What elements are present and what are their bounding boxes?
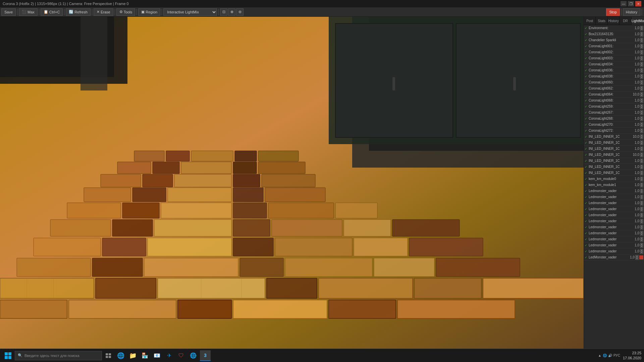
light-row[interactable]: ✓ INI_LED_INNER_1C 10,0 ▲ ▼: [584, 152, 644, 158]
light-row[interactable]: ✓ Environment: 1,0 ▲ ▼: [584, 25, 644, 31]
light-row[interactable]: ✓ LedMonster_vader 1,0 ▲ ▼: [584, 254, 644, 260]
light-arrow-up[interactable]: ▲: [640, 140, 643, 143]
light-arrow-down[interactable]: ▼: [635, 257, 639, 260]
light-row[interactable]: ✓ CoronaLight259: 1,0 ▲ ▼: [584, 104, 644, 110]
light-arrow-down[interactable]: ▼: [640, 58, 643, 61]
light-row[interactable]: ✓ kem_km_module1 1,0 ▲ ▼: [584, 182, 644, 188]
light-arrow-down[interactable]: ▼: [640, 227, 643, 230]
light-arrow-up[interactable]: ▲: [640, 62, 643, 64]
light-row[interactable]: ✓ CoronaLight034: 1,0 ▲ ▼: [584, 61, 644, 67]
light-row[interactable]: ✓ CoronaLight060: 1,0 ▲ ▼: [584, 79, 644, 85]
light-arrow-up[interactable]: ▲: [640, 159, 643, 161]
light-arrow-up[interactable]: ▲: [640, 134, 643, 137]
light-row[interactable]: ✓ CoronaLight036: 1,0 ▲ ▼: [584, 67, 644, 73]
region-button[interactable]: ▣ Region: [138, 8, 160, 16]
light-row[interactable]: ✓ INI_LED_INNER_1C 1,0 ▲ ▼: [584, 140, 644, 146]
light-arrow-up[interactable]: ▲: [640, 122, 643, 125]
light-row[interactable]: ✓ INI_LED_INNER_1C 1,0 ▲ ▼: [584, 170, 644, 176]
light-arrow-down[interactable]: ▼: [640, 143, 643, 145]
explorer-icon[interactable]: 📁: [127, 350, 138, 361]
light-row[interactable]: ✓ CoronaLight003: 1,0 ▲ ▼: [584, 55, 644, 61]
light-arrow-up[interactable]: ▲: [640, 68, 643, 70]
start-button[interactable]: [3, 350, 13, 361]
light-arrow-down[interactable]: ▼: [640, 107, 643, 109]
light-checkbox[interactable]: ✓: [585, 99, 589, 102]
light-checkbox[interactable]: ✓: [585, 63, 589, 66]
light-arrow-up[interactable]: ▲: [640, 249, 643, 251]
light-checkbox[interactable]: ✓: [585, 171, 589, 175]
tab-history[interactable]: History: [608, 17, 620, 25]
light-checkbox[interactable]: ✓: [585, 87, 589, 90]
save-button[interactable]: Save: [1, 8, 16, 16]
stop-button[interactable]: Stop: [606, 8, 620, 16]
light-row[interactable]: ✓ Ledmonster_vader 1,0 ▲ ▼: [584, 242, 644, 248]
light-checkbox[interactable]: ✓: [585, 129, 589, 132]
light-arrow-down[interactable]: ▼: [640, 161, 643, 163]
light-checkbox[interactable]: ✓: [585, 189, 589, 193]
light-checkbox[interactable]: ✓: [585, 232, 589, 235]
light-arrow-down[interactable]: ▼: [640, 233, 643, 236]
light-arrow-down[interactable]: ▼: [640, 125, 643, 127]
light-arrow-down[interactable]: ▼: [640, 95, 643, 97]
light-checkbox[interactable]: ✓: [585, 238, 589, 241]
light-checkbox[interactable]: ✓: [585, 250, 589, 253]
light-checkbox[interactable]: ✓: [585, 105, 589, 108]
light-arrow-down[interactable]: ▼: [640, 82, 643, 85]
light-checkbox[interactable]: ✓: [585, 256, 589, 259]
tray-language[interactable]: РУС: [613, 354, 620, 357]
history-button[interactable]: History: [623, 8, 640, 16]
light-arrow-down[interactable]: ▼: [640, 76, 643, 79]
light-arrow-up[interactable]: ▲: [640, 44, 643, 46]
light-row[interactable]: ✓ Ledmonster_vader 1,0 ▲ ▼: [584, 218, 644, 224]
light-arrow-up[interactable]: ▲: [640, 231, 643, 233]
light-row[interactable]: ✓ INI_LED_INNER_1C 1,0 ▲ ▼: [584, 158, 644, 164]
light-arrow-up[interactable]: ▲: [640, 183, 643, 185]
erase-button[interactable]: ✕ Erase: [94, 8, 113, 16]
light-checkbox[interactable]: ✓: [585, 177, 589, 181]
light-checkbox[interactable]: ✓: [585, 45, 589, 48]
light-checkbox[interactable]: ✓: [585, 147, 589, 150]
light-checkbox[interactable]: ✓: [585, 51, 589, 54]
light-arrow-down[interactable]: ▼: [640, 40, 643, 43]
light-arrow-down[interactable]: ▼: [640, 28, 643, 31]
light-arrow-down[interactable]: ▼: [640, 167, 643, 169]
light-row[interactable]: ✓ CoronaLight038: 1,0 ▲ ▼: [584, 73, 644, 79]
light-arrow-up[interactable]: ▲: [640, 189, 643, 191]
tab-post[interactable]: Post: [584, 17, 596, 25]
light-arrow-up[interactable]: ▲: [640, 92, 643, 95]
light-arrow-down[interactable]: ▼: [640, 215, 643, 218]
light-checkbox[interactable]: ✓: [585, 244, 589, 247]
light-arrow-up[interactable]: ▲: [640, 213, 643, 215]
light-row[interactable]: ✓ Ledmonster_vader 1,0 ▲ ▼: [584, 194, 644, 200]
store-icon[interactable]: 🏪: [140, 350, 150, 361]
light-checkbox[interactable]: ✓: [585, 26, 589, 30]
light-row[interactable]: ✓ Ledmonster_vader 1,0 ▲ ▼: [584, 206, 644, 212]
system-clock[interactable]: 23:25 17.06.2020: [623, 351, 641, 360]
light-arrow-down[interactable]: ▼: [640, 179, 643, 181]
light-checkbox[interactable]: ✓: [585, 57, 589, 60]
light-checkbox[interactable]: ✓: [585, 195, 589, 199]
light-row[interactable]: ✓ Ledmonster_vader 1,0 ▲ ▼: [584, 212, 644, 218]
zoom-out-button[interactable]: ⊖: [236, 8, 244, 16]
light-arrow-up[interactable]: ▲: [640, 237, 643, 239]
light-arrow-down[interactable]: ▼: [640, 101, 643, 103]
light-arrow-up[interactable]: ▲: [640, 110, 643, 113]
light-arrow-up[interactable]: ▲: [640, 98, 643, 101]
light-row[interactable]: ✓ CoronaLight267: 1,0 ▲ ▼: [584, 110, 644, 116]
light-checkbox[interactable]: ✓: [585, 39, 589, 42]
light-arrow-up[interactable]: ▲: [640, 153, 643, 155]
light-arrow-up[interactable]: ▲: [640, 74, 643, 76]
light-arrow-down[interactable]: ▼: [640, 251, 643, 254]
light-arrow-up[interactable]: ▲: [640, 86, 643, 88]
light-row[interactable]: ✓ INI_LED_INNER_1C 1,0 ▲ ▼: [584, 146, 644, 152]
light-arrow-up[interactable]: ▲: [640, 243, 643, 245]
light-arrow-up[interactable]: ▲: [640, 50, 643, 52]
light-arrow-down[interactable]: ▼: [640, 173, 643, 175]
max-button[interactable]: ⬛ Max: [19, 8, 38, 16]
light-arrow-up[interactable]: ▲: [635, 255, 639, 257]
light-row[interactable]: ✓ CoronaLight001: 1,0 ▲ ▼: [584, 43, 644, 49]
light-arrow-up[interactable]: ▲: [640, 177, 643, 179]
tools-button[interactable]: ⚙ Tools: [116, 8, 136, 16]
light-arrow-down[interactable]: ▼: [640, 209, 643, 212]
light-row[interactable]: ✓ Ledmonster_vader 1,0 ▲ ▼: [584, 230, 644, 236]
